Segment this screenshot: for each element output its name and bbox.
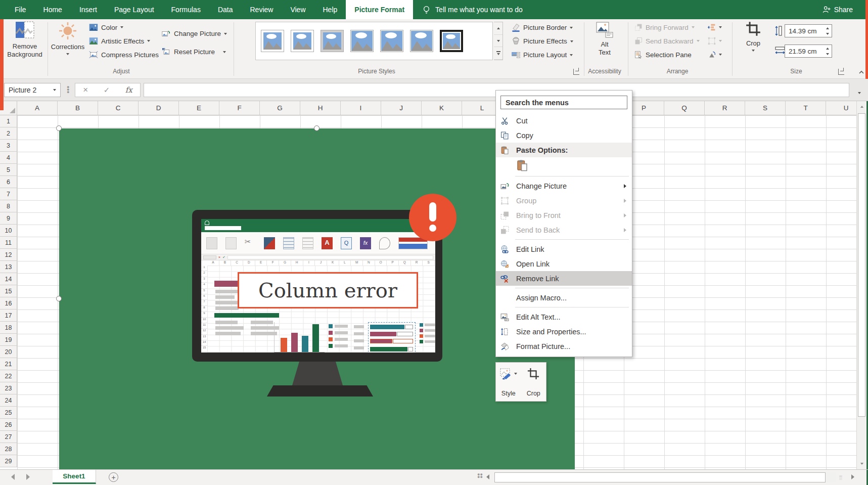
- row-header-29[interactable]: 29: [0, 455, 17, 467]
- corrections-button[interactable]: Corrections: [51, 21, 85, 55]
- row-header-22[interactable]: 22: [0, 370, 17, 382]
- ribbon-tab-review[interactable]: Review: [242, 0, 282, 19]
- horizontal-scrollbar[interactable]: [494, 472, 836, 482]
- row-header-20[interactable]: 20: [0, 346, 17, 358]
- ribbon-tab-home[interactable]: Home: [35, 0, 71, 19]
- row-header-6[interactable]: 6: [0, 176, 17, 188]
- column-header-G[interactable]: G: [260, 101, 300, 115]
- expand-formula-bar-button[interactable]: [858, 87, 861, 96]
- row-header-8[interactable]: 8: [0, 200, 17, 212]
- tab-splitter-gripper[interactable]: ●●●●: [477, 473, 483, 478]
- picture-style-thumbnail-4[interactable]: [350, 30, 374, 52]
- ribbon-tab-help[interactable]: Help: [314, 0, 346, 19]
- vertical-scrollbar-thumb[interactable]: [858, 113, 865, 417]
- collapse-ribbon-button[interactable]: [858, 68, 864, 75]
- column-header-K[interactable]: K: [422, 101, 462, 115]
- gallery-down-button[interactable]: [494, 35, 502, 48]
- row-header-27[interactable]: 27: [0, 431, 17, 443]
- menu-item-assign-macro[interactable]: Assign Macro...: [496, 290, 632, 305]
- picture-style-thumbnail-7-selected[interactable]: [440, 30, 463, 52]
- picture-layout-button[interactable]: Picture Layout: [512, 51, 573, 59]
- reset-picture-button[interactable]: Reset Picture: [162, 48, 226, 56]
- ribbon-tab-picture-format[interactable]: Picture Format: [346, 0, 413, 19]
- new-sheet-button[interactable]: +: [109, 472, 118, 482]
- row-header-7[interactable]: 7: [0, 188, 17, 200]
- picture-styles-dialog-launcher[interactable]: [573, 69, 579, 75]
- row-header-18[interactable]: 18: [0, 322, 17, 334]
- size-dialog-launcher[interactable]: [838, 69, 844, 75]
- gallery-more-button[interactable]: [494, 47, 502, 60]
- ribbon-tab-view[interactable]: View: [282, 0, 314, 19]
- picture-style-thumbnail-5[interactable]: [380, 30, 403, 52]
- menu-item-copy[interactable]: Copy: [496, 128, 632, 143]
- picture-style-thumbnail-6[interactable]: [410, 30, 433, 52]
- ribbon-tab-file[interactable]: File: [6, 0, 35, 19]
- picture-style-thumbnail-2[interactable]: [291, 30, 314, 52]
- column-header-H[interactable]: H: [300, 101, 341, 115]
- horizontal-scrollbar-thumb[interactable]: [494, 472, 826, 482]
- column-header-C[interactable]: C: [98, 101, 139, 115]
- tell-me-box[interactable]: Tell me what you want to do: [413, 0, 532, 19]
- rotate-button[interactable]: [708, 51, 722, 59]
- menu-item-open-link[interactable]: Open Link: [496, 256, 632, 271]
- row-header-13[interactable]: 13: [0, 261, 17, 273]
- hscroll-left-button[interactable]: [486, 474, 489, 479]
- menu-item-edit-alt-text[interactable]: Edit Alt Text...: [496, 310, 632, 324]
- column-header-T[interactable]: T: [786, 101, 826, 115]
- selection-handle-top-left[interactable]: [56, 125, 62, 131]
- row-header-11[interactable]: 11: [0, 237, 17, 249]
- row-header-28[interactable]: 28: [0, 443, 17, 455]
- menu-search-input[interactable]: Search the menus: [500, 96, 627, 109]
- vertical-scrollbar[interactable]: [856, 101, 866, 469]
- row-header-12[interactable]: 12: [0, 249, 17, 261]
- row-header-4[interactable]: 4: [0, 152, 17, 164]
- column-header-D[interactable]: D: [139, 101, 179, 115]
- row-header-23[interactable]: 23: [0, 382, 17, 394]
- artistic-effects-button[interactable]: Artistic Effects: [89, 37, 150, 45]
- menu-item-edit-link[interactable]: Edit Link: [496, 242, 632, 256]
- row-header-19[interactable]: 19: [0, 334, 17, 346]
- menu-item-paste-options[interactable]: Paste Options:: [496, 143, 632, 157]
- row-header-9[interactable]: 9: [0, 212, 17, 225]
- row-header-15[interactable]: 15: [0, 285, 17, 297]
- menu-item-remove-link[interactable]: Remove Link: [496, 271, 632, 286]
- column-header-S[interactable]: S: [745, 101, 786, 115]
- row-header-3[interactable]: 3: [0, 140, 17, 152]
- row-header-2[interactable]: 2: [0, 127, 17, 140]
- cancel-button[interactable]: ×: [83, 85, 88, 95]
- scroll-up-button[interactable]: [857, 101, 867, 112]
- column-header-I[interactable]: I: [341, 101, 381, 115]
- share-button[interactable]: Share: [822, 0, 853, 19]
- column-header-F[interactable]: F: [219, 101, 260, 115]
- row-header-1[interactable]: 1: [0, 115, 17, 127]
- crop-button[interactable]: Crop: [738, 21, 768, 52]
- picture-border-button[interactable]: Picture Border: [512, 23, 573, 32]
- sheet-tab-active[interactable]: Sheet1: [53, 470, 96, 484]
- paste-option-keep-source-button[interactable]: [496, 157, 632, 174]
- gallery-up-button[interactable]: [494, 22, 502, 35]
- hscroll-right-button[interactable]: [851, 474, 854, 479]
- mini-crop-button[interactable]: Crop: [521, 363, 546, 401]
- menu-item-format-picture[interactable]: Format Picture...: [496, 339, 632, 354]
- align-button[interactable]: [708, 23, 722, 31]
- picture-style-thumbnail-3[interactable]: [321, 30, 344, 52]
- compress-pictures-button[interactable]: Compress Pictures: [89, 51, 159, 59]
- row-header-5[interactable]: 5: [0, 164, 17, 176]
- column-header-E[interactable]: E: [179, 101, 219, 115]
- row-header-25[interactable]: 25: [0, 407, 17, 419]
- selection-pane-button[interactable]: Selection Pane: [634, 51, 692, 59]
- height-spinner[interactable]: [824, 25, 831, 36]
- column-header-R[interactable]: R: [705, 101, 745, 115]
- picture-style-thumbnail-1[interactable]: [261, 30, 284, 52]
- row-header-10[interactable]: 10: [0, 225, 17, 237]
- color-button[interactable]: Color: [89, 23, 123, 31]
- change-picture-button[interactable]: Change Picture: [162, 29, 227, 38]
- prev-sheet-button[interactable]: [11, 474, 15, 480]
- insert-function-button[interactable]: fx: [125, 85, 132, 95]
- row-header-17[interactable]: 17: [0, 310, 17, 322]
- alt-text-button[interactable]: Alt Text: [590, 21, 619, 57]
- row-header-16[interactable]: 16: [0, 297, 17, 310]
- mini-style-button[interactable]: Style: [496, 363, 521, 401]
- shape-height-input[interactable]: 14.39 cm: [785, 24, 832, 37]
- ribbon-tab-data[interactable]: Data: [209, 0, 242, 19]
